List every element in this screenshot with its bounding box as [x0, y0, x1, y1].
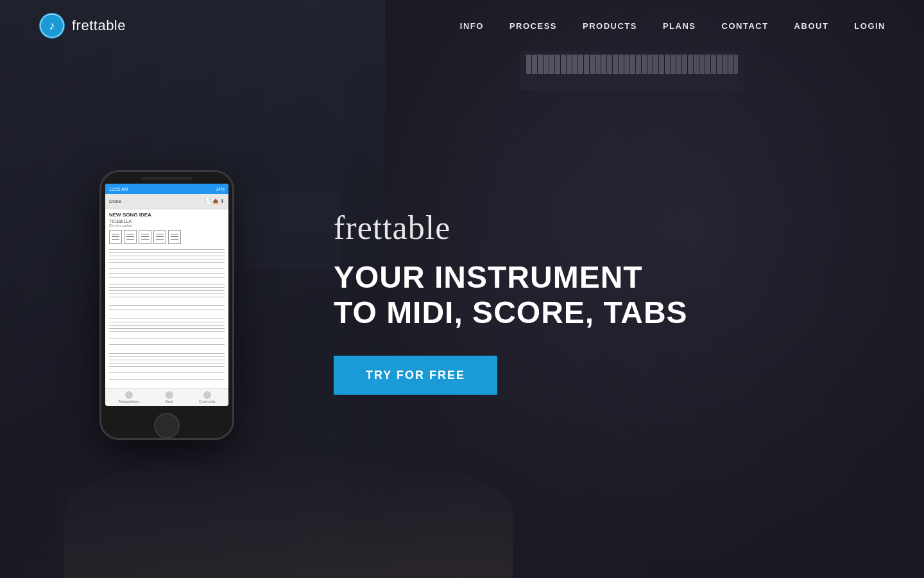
phone-song-subtitle: TICEBILLA: [109, 219, 225, 223]
chord-box-1: [109, 230, 122, 244]
phone-toolbar: Done 📄 📤 ⬇: [105, 194, 228, 209]
tab-lines-1: [109, 267, 225, 279]
chord-box-2: [124, 230, 137, 244]
logo-icon: ♪: [38, 12, 65, 39]
phone-time: 11:52 AM: [109, 187, 128, 191]
phone-frame: 11:52 AM 34% Done 📄 📤 ⬇ NEW SONG IDEA TI…: [99, 170, 234, 440]
nav-link-products[interactable]: PRODUCTS: [583, 21, 637, 31]
hero-content: frettable YOUR INSTRUMENT TO MIDI, SCORE…: [334, 209, 688, 395]
nav-item-process[interactable]: PROCESS: [509, 20, 557, 31]
nav-links-list: INFO PROCESS PRODUCTS PLANS CONTACT ABOU…: [460, 20, 886, 31]
footer-label-community: Community: [199, 399, 215, 403]
nav-link-contact[interactable]: CONTACT: [722, 21, 769, 31]
phone-doc-title-small: 📄 📤 ⬇: [205, 198, 225, 204]
tab-lines-4: [109, 371, 225, 383]
phone-song-title: NEW SONG IDEA: [109, 212, 225, 218]
phone-mockup: 11:52 AM 34% Done 📄 📤 ⬇ NEW SONG IDEA TI…: [99, 170, 234, 440]
staff-lines-4: [109, 351, 225, 369]
svg-text:♪: ♪: [49, 19, 55, 32]
nav-link-login[interactable]: LOGIN: [854, 21, 886, 31]
phone-document: NEW SONG IDEA TICEBILLA Electric guitar: [105, 209, 228, 387]
phone-battery: 34%: [216, 187, 225, 191]
staff-lines-1: [109, 247, 225, 265]
chord-box-4: [153, 230, 166, 244]
nav-link-about[interactable]: ABOUT: [794, 21, 829, 31]
phone-screen-footer: Transpositions Band Community: [105, 388, 228, 406]
nav-item-login[interactable]: LOGIN: [854, 20, 886, 31]
chord-box-5: [168, 230, 181, 244]
nav-item-info[interactable]: INFO: [460, 20, 484, 31]
phone-statusbar: 11:52 AM 34%: [105, 184, 228, 194]
community-icon: [203, 391, 211, 399]
chord-box-3: [139, 230, 151, 244]
phone-screen: 11:52 AM 34% Done 📄 📤 ⬇ NEW SONG IDEA TI…: [105, 184, 228, 406]
nav-link-plans[interactable]: PLANS: [663, 21, 696, 31]
hero-brand-name: frettable: [334, 209, 688, 247]
tab-lines-3: [109, 336, 225, 349]
hero-tagline-line2: TO MIDI, SCORE, TABS: [334, 295, 688, 330]
footer-item-band: Band: [166, 391, 173, 403]
footer-label-transpositions: Transpositions: [118, 399, 139, 403]
phone-done-btn[interactable]: Done: [109, 198, 121, 204]
band-icon: [166, 391, 173, 399]
phone-home-button[interactable]: [154, 413, 180, 439]
footer-item-transpositions: Transpositions: [118, 391, 139, 403]
phone-notch: [141, 177, 193, 180]
tab-lines-2: [109, 301, 225, 314]
nav-item-plans[interactable]: PLANS: [663, 20, 696, 31]
chord-diagrams: [109, 230, 225, 244]
logo-link[interactable]: ♪ frettable: [38, 12, 126, 39]
hero-tagline-line1: YOUR INSTRUMENT: [334, 259, 688, 295]
footer-item-community: Community: [199, 391, 215, 403]
staff-lines-3: [109, 316, 225, 334]
hero-section: ♪ frettable INFO PROCESS PRODUCTS PLANS …: [0, 0, 924, 578]
nav-item-contact[interactable]: CONTACT: [722, 20, 769, 31]
transpositions-icon: [125, 391, 133, 399]
footer-label-band: Band: [166, 399, 173, 403]
nav-item-products[interactable]: PRODUCTS: [583, 20, 637, 31]
phone-song-meta: Electric guitar: [109, 223, 225, 227]
logo-text: frettable: [72, 17, 126, 34]
nav-item-about[interactable]: ABOUT: [794, 20, 829, 31]
cta-button[interactable]: TRY FOR FREE: [334, 356, 497, 395]
nav-link-process[interactable]: PROCESS: [509, 21, 557, 31]
staff-lines-2: [109, 281, 225, 299]
main-navigation: ♪ frettable INFO PROCESS PRODUCTS PLANS …: [0, 0, 924, 51]
hero-tagline: YOUR INSTRUMENT TO MIDI, SCORE, TABS: [334, 259, 688, 330]
nav-link-info[interactable]: INFO: [460, 21, 484, 31]
